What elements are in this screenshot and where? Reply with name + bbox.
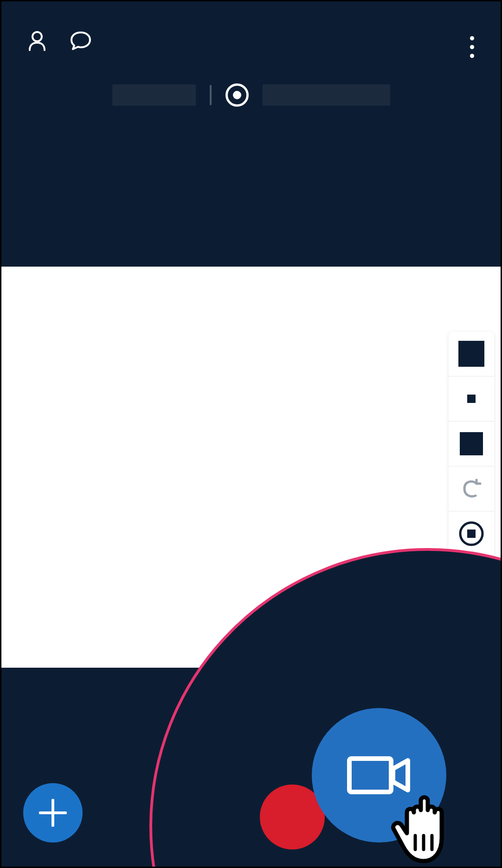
svg-rect-3 [349, 759, 391, 792]
title-row [0, 83, 502, 107]
record-button[interactable] [225, 83, 249, 107]
header-region [0, 0, 502, 267]
title-separator [210, 85, 212, 105]
profile-icon [28, 31, 46, 51]
title-placeholder-left [112, 84, 196, 106]
kebab-dot-icon [470, 45, 474, 49]
kebab-dot-icon [470, 54, 474, 58]
color-swatch-small-icon [467, 395, 476, 403]
add-button[interactable] [23, 783, 83, 842]
video-camera-icon [347, 752, 412, 798]
chat-button[interactable] [70, 31, 92, 51]
video-call-button[interactable] [312, 708, 446, 842]
profile-button[interactable] [28, 31, 46, 51]
plus-icon [51, 799, 54, 827]
svg-point-0 [32, 32, 42, 41]
kebab-menu-button[interactable] [465, 32, 479, 63]
record-icon [233, 91, 241, 99]
chat-icon [70, 31, 92, 51]
tool-color-small[interactable] [449, 377, 494, 421]
topbar [0, 27, 502, 55]
undo-icon [460, 477, 483, 500]
fill-square-icon [460, 432, 483, 455]
color-swatch-large-icon [458, 341, 484, 367]
title-placeholder-right [263, 84, 390, 106]
tool-undo[interactable] [449, 466, 494, 511]
tool-color-large[interactable] [449, 332, 494, 377]
svg-rect-2 [467, 530, 476, 538]
stop-icon [459, 521, 484, 546]
tool-fill[interactable] [449, 421, 494, 466]
kebab-dot-icon [470, 36, 474, 40]
